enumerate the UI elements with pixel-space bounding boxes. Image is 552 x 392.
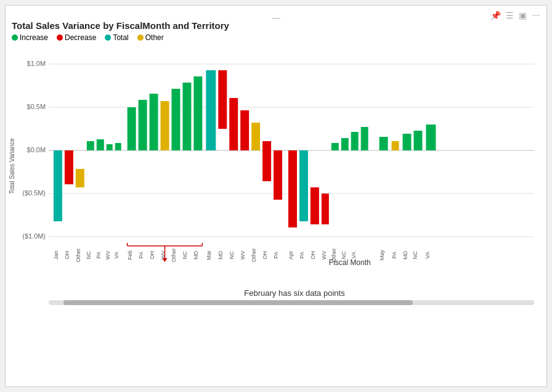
- bar: [87, 141, 94, 150]
- increase-label: Increase: [20, 33, 48, 42]
- bar: [107, 144, 113, 150]
- svg-text:VA: VA: [113, 251, 120, 258]
- decrease-dot: [57, 35, 63, 41]
- svg-text:Other: Other: [251, 248, 257, 262]
- svg-text:$0.0M: $0.0M: [27, 146, 46, 153]
- svg-text:OH: OH: [310, 251, 316, 259]
- increase-dot: [12, 35, 18, 41]
- bar: [115, 143, 121, 150]
- decrease-label: Decrease: [65, 33, 96, 42]
- top-icons: 📌 ☰ ▣ ⋯: [490, 10, 540, 20]
- svg-text:($0.5M): ($0.5M): [22, 189, 46, 197]
- bar: [171, 89, 180, 150]
- bar: [128, 107, 136, 150]
- legend-other: Other: [137, 33, 164, 42]
- bar: [403, 134, 412, 150]
- svg-text:OH: OH: [64, 251, 70, 259]
- svg-text:NC: NC: [412, 251, 418, 259]
- chart-title: Total Sales Variance by FiscalMonth and …: [12, 20, 540, 31]
- bar: [299, 150, 308, 221]
- svg-text:MD: MD: [402, 250, 408, 259]
- svg-text:$0.5M: $0.5M: [27, 103, 46, 110]
- bar: [161, 101, 169, 150]
- bar: [380, 137, 388, 150]
- svg-text:Mar: Mar: [206, 250, 212, 259]
- svg-text:$1.0M: $1.0M: [27, 60, 46, 67]
- bar: [206, 70, 216, 150]
- scrollbar-track[interactable]: [49, 300, 534, 305]
- svg-text:PA: PA: [391, 251, 397, 258]
- svg-text:($1.0M): ($1.0M): [22, 232, 46, 240]
- svg-text:NC: NC: [229, 251, 235, 259]
- svg-text:Other: Other: [171, 248, 177, 262]
- total-label: Total: [113, 33, 128, 42]
- bar: [240, 110, 249, 150]
- bar: [54, 150, 62, 221]
- bar: [341, 138, 349, 150]
- bar: [331, 143, 339, 150]
- legend-total: Total: [105, 33, 128, 42]
- chart-legend: Increase Decrease Total Other: [12, 33, 540, 42]
- svg-text:Other: Other: [75, 248, 81, 262]
- chart-card: ⎯⎯ 📌 ☰ ▣ ⋯ Total Sales Variance by Fisca…: [5, 5, 547, 387]
- bar: [426, 125, 436, 150]
- total-dot: [105, 35, 111, 41]
- bar: [182, 83, 191, 150]
- y-axis-label: Total Sales Variance: [9, 123, 15, 210]
- bar: [65, 150, 73, 184]
- bar: [76, 169, 84, 187]
- legend-decrease: Decrease: [57, 33, 96, 42]
- bar: [361, 127, 368, 150]
- svg-text:VA: VA: [351, 251, 357, 258]
- bar: [97, 139, 104, 150]
- svg-text:PA: PA: [138, 251, 144, 258]
- filter-icon[interactable]: ☰: [506, 10, 514, 20]
- bar: [322, 194, 329, 224]
- svg-text:OH: OH: [262, 251, 268, 259]
- bar: [351, 132, 359, 150]
- drag-handle[interactable]: ⎯⎯: [272, 10, 280, 19]
- bar: [274, 150, 282, 200]
- svg-text:PA: PA: [299, 251, 305, 258]
- bar: [193, 76, 202, 150]
- other-dot: [137, 35, 144, 41]
- svg-text:NC: NC: [182, 251, 188, 259]
- svg-text:VA: VA: [424, 251, 431, 258]
- svg-text:WV: WV: [240, 251, 246, 259]
- bar: [392, 141, 399, 150]
- bar: [413, 131, 422, 150]
- svg-text:PA: PA: [273, 251, 279, 258]
- legend-increase: Increase: [12, 33, 48, 42]
- svg-text:WV: WV: [105, 251, 111, 259]
- expand-icon[interactable]: ▣: [519, 10, 527, 20]
- bar: [150, 94, 158, 150]
- bar: [310, 187, 319, 224]
- svg-text:WV: WV: [321, 251, 327, 259]
- svg-text:OH: OH: [149, 251, 155, 259]
- bar: [251, 123, 260, 150]
- pin-icon[interactable]: 📌: [490, 10, 501, 20]
- more-icon[interactable]: ⋯: [532, 10, 540, 20]
- bar: [229, 98, 238, 150]
- bar: [262, 141, 271, 181]
- svg-text:PA: PA: [95, 251, 102, 258]
- bar: [218, 70, 227, 129]
- annotation-text: February has six data points: [49, 288, 540, 298]
- svg-text:Apr: Apr: [288, 251, 294, 259]
- svg-text:MD: MD: [193, 250, 199, 259]
- svg-text:May: May: [379, 250, 385, 260]
- bar: [288, 150, 297, 227]
- other-label: Other: [145, 33, 164, 42]
- svg-text:Feb: Feb: [127, 250, 133, 259]
- bar: [139, 100, 147, 150]
- scrollbar-thumb[interactable]: [63, 300, 413, 305]
- chart-svg: $1.0M $0.5M $0.0M ($0.5M) ($1.0M): [49, 46, 534, 267]
- x-axis-label: Fiscal Month: [329, 258, 371, 267]
- svg-text:Jan: Jan: [53, 251, 59, 259]
- svg-text:MD: MD: [217, 250, 224, 259]
- svg-text:NC: NC: [86, 251, 92, 259]
